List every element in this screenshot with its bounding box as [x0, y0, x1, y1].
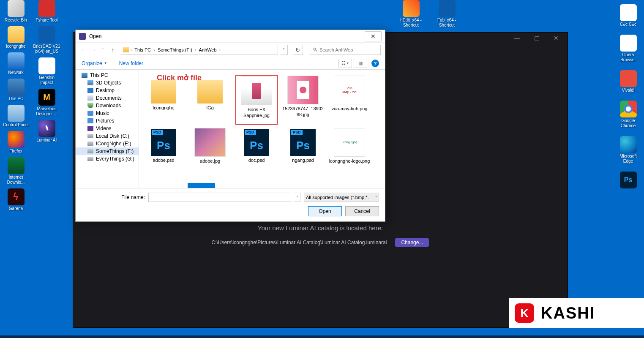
change-button[interactable]: Change... [395, 238, 429, 247]
tree-item-label: Pictures [96, 118, 114, 124]
desktop-icon-label: Garena [9, 206, 23, 211]
file-item[interactable]: i công nghệicongnghe-logo.png [328, 127, 371, 177]
desktop-icon[interactable]: Ps [614, 172, 642, 189]
search-input[interactable] [319, 47, 378, 52]
file-label: 1523978747_1390288.jpg [282, 106, 324, 118]
search-box[interactable]: 🔍︎ [310, 45, 381, 55]
breadcrumb-dropdown[interactable]: ˅ [281, 45, 288, 55]
desktop-icon-image [8, 52, 25, 69]
tree-item[interactable]: Videos [76, 125, 139, 132]
file-item[interactable]: adobe.jpg [189, 127, 231, 177]
tree-item[interactable]: Local Disk (C:) [76, 132, 139, 140]
desktop-icon[interactable]: Recycle Bin [2, 0, 30, 23]
desktop-icon[interactable]: Genshin Impact [33, 57, 60, 85]
watermark: K KASHI [509, 298, 644, 328]
breadcrumb-item[interactable]: AnhWeb [198, 46, 218, 53]
desktop-icon-label: Firefox [9, 149, 22, 154]
tree-item[interactable]: Pictures [76, 117, 139, 125]
desktop-icon[interactable]: This PC [2, 79, 30, 101]
tree-item[interactable]: 3D Objects [76, 79, 139, 87]
file-item[interactable]: 1523978747_1390288.jpg [282, 75, 324, 125]
help-button[interactable]: ? [371, 60, 379, 67]
desktop-icon[interactable]: BricsCAD V21 (x64) en_US [33, 26, 60, 54]
desktop-icon-image: ϟ [8, 188, 25, 205]
view-mode-button[interactable]: ☷ ▼ [338, 59, 352, 68]
file-item[interactable]: Psdoc.psd [235, 127, 278, 177]
file-item[interactable]: Boris FX Sapphire.jpg [235, 75, 278, 125]
file-item[interactable]: VuaMáy Tínhvua-may-tinh.png [328, 75, 371, 125]
breadcrumb-item[interactable]: SomeThings (F:) [157, 46, 193, 53]
open-button[interactable]: Open [308, 206, 342, 216]
tree-item-icon [87, 149, 93, 153]
desktop-icon[interactable]: Opera Browser [614, 35, 642, 63]
new-folder-button[interactable]: New folder [119, 60, 143, 66]
file-thumbnail [194, 128, 226, 157]
desktop-icon[interactable]: Luminar AI [33, 120, 60, 143]
desktop-icon[interactable]: Fshare Tool [33, 0, 60, 23]
close-button[interactable]: ✕ [546, 33, 566, 44]
minimize-button[interactable]: — [508, 33, 527, 44]
file-item[interactable]: Icongnghe [142, 75, 185, 125]
file-item[interactable]: Psadobe.psd [142, 127, 185, 177]
file-label: Boris FX Sapphire.jpg [236, 107, 277, 119]
tree-item[interactable]: EveryThings (G:) [76, 155, 139, 163]
desktop-icon[interactable]: Firefox [2, 131, 30, 154]
filename-label: File name: [82, 194, 145, 200]
tree-item[interactable]: SomeThings (F:) [76, 147, 139, 155]
tree-item[interactable]: Music [76, 109, 139, 117]
breadcrumb-item[interactable]: This PC [134, 46, 152, 53]
nav-up-button[interactable]: ↑ [109, 45, 116, 55]
tree-item[interactable]: ICongNghe (E:) [76, 140, 139, 147]
tree-item-label: EveryThings (G:) [96, 156, 134, 162]
file-thumbnail: i công nghệ [334, 128, 365, 157]
file-thumbnail: Ps [151, 129, 176, 156]
maximize-button[interactable]: ▢ [527, 33, 546, 44]
filetype-select[interactable]: All supported images (*.bmp;*.˅ [304, 193, 379, 202]
organize-menu[interactable]: Organize▼ [82, 60, 107, 66]
tree-item-label: Videos [96, 125, 111, 131]
filename-input[interactable] [148, 193, 291, 202]
refresh-button[interactable]: ↻ [293, 45, 303, 55]
desktop-icon-image [439, 0, 456, 17]
desktop-icon[interactable]: ϟGarena [2, 188, 30, 211]
nav-forward-button[interactable]: → [90, 45, 97, 55]
file-label: adobe.psd [153, 158, 174, 164]
desktop-icon-label: Opera Browser [614, 52, 642, 63]
app-icon [79, 33, 86, 40]
tree-item[interactable]: This PC [76, 71, 139, 79]
desktop-icon[interactable]: icongnghe [2, 26, 30, 49]
file-list[interactable]: Click mở file IcongngheIGgBoris FX Sapph… [139, 70, 385, 188]
tree-item[interactable]: Desktop [76, 87, 139, 94]
desktop-icon[interactable]: Control Panel [2, 105, 30, 128]
file-thumbnail: VuaMáy Tính [334, 76, 365, 104]
desktop-icon[interactable]: Google Chrome [614, 101, 642, 128]
file-item[interactable]: Psngang.psd [282, 127, 324, 177]
tree-item[interactable]: Downloads [76, 102, 139, 109]
filename-history-dropdown[interactable]: ˅ [295, 193, 300, 202]
folder-tree[interactable]: This PC3D ObjectsDesktopDocumentsDownloa… [76, 70, 139, 188]
desktop-icon-image: M [38, 89, 55, 106]
breadcrumb[interactable]: › This PC › SomeThings (F:) › AnhWeb › [121, 45, 278, 55]
dialog-close-button[interactable]: ✕ [365, 31, 382, 41]
tree-item[interactable]: Documents [76, 94, 139, 102]
desktop-icon[interactable]: hEdit_x64 - Shortcut [397, 0, 425, 28]
desktop-icon-label: hEdit_x64 - Shortcut [397, 18, 425, 28]
desktop-icon[interactable]: Vivaldi [614, 70, 642, 93]
cancel-button[interactable]: Cancel [345, 206, 379, 216]
desktop-icon[interactable]: Internet Downlo... [2, 157, 30, 185]
desktop-icon-image [403, 0, 420, 17]
desktop-icon[interactable]: Microsoft Edge [614, 136, 642, 164]
file-label: adobe.jpg [200, 158, 220, 164]
desktop-icon[interactable]: Fab_x64 - Shortcut [433, 0, 461, 28]
desktop-icon-label: Internet Downlo... [2, 175, 30, 185]
preview-pane-button[interactable]: ▥ [354, 59, 367, 68]
desktop-icon[interactable]: Cốc Cốc [614, 4, 642, 27]
nav-history-button[interactable]: ˅ [99, 45, 106, 55]
tree-item-icon [82, 73, 87, 78]
desktop-icon[interactable]: Network [2, 52, 30, 75]
desktop-icon[interactable]: MMarvelous Designer ... [33, 89, 60, 117]
nav-back-button[interactable]: ← [80, 45, 87, 55]
file-item[interactable]: IGg [189, 75, 231, 125]
tree-item-icon [87, 80, 93, 85]
desktop-icon-image [8, 105, 25, 122]
